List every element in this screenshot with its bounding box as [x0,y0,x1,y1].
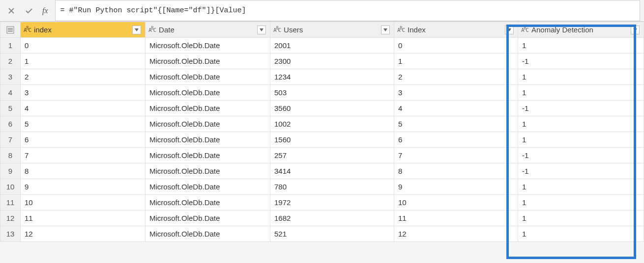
table-cell[interactable]: 7 [394,148,518,163]
table-cell[interactable]: 9 [394,179,518,195]
table-cell[interactable]: -1 [518,101,644,116]
column-filter-dropdown[interactable] [257,26,266,34]
row-number[interactable]: 10 [0,179,21,195]
table-cell[interactable]: 3414 [270,163,394,179]
table-row[interactable]: 21Microsoft.OleDb.Date23001-1 [0,53,644,69]
table-cell[interactable]: Microsoft.OleDb.Date [145,85,270,101]
table-cell[interactable]: 1 [518,116,644,132]
row-number[interactable]: 6 [0,116,21,132]
table-cell[interactable]: 1682 [270,210,394,226]
table-cell[interactable]: 3 [394,85,518,101]
row-number[interactable]: 13 [0,226,21,242]
table-cell[interactable]: 503 [270,85,394,101]
table-cell[interactable]: -1 [518,163,644,179]
table-cell[interactable]: 8 [20,163,145,179]
table-cell[interactable]: 1 [518,210,644,226]
table-cell[interactable]: 12 [20,226,145,242]
column-filter-dropdown[interactable] [132,26,141,34]
table-cell[interactable]: 11 [20,210,145,226]
table-cell[interactable]: Microsoft.OleDb.Date [145,195,270,210]
table-cell[interactable]: 1 [20,53,145,69]
table-cell[interactable]: 2001 [270,38,394,53]
table-cell[interactable]: 6 [394,132,518,148]
row-number[interactable]: 2 [0,53,21,69]
table-cell[interactable]: 1 [518,85,644,101]
cancel-formula-button[interactable] [4,3,19,18]
table-row[interactable]: 10Microsoft.OleDb.Date200101 [0,38,644,53]
table-cell[interactable]: 1 [518,226,644,242]
row-number[interactable]: 3 [0,69,21,85]
table-cell[interactable]: 4 [394,101,518,116]
table-cell[interactable]: 1 [518,179,644,195]
table-cell[interactable]: Microsoft.OleDb.Date [145,226,270,242]
table-cell[interactable]: Microsoft.OleDb.Date [145,53,270,69]
table-cell[interactable]: 3560 [270,101,394,116]
table-cell[interactable]: 1 [518,132,644,148]
table-cell[interactable]: 12 [394,226,518,242]
table-cell[interactable]: 1 [518,38,644,53]
column-filter-dropdown[interactable] [505,26,514,34]
table-row[interactable]: 32Microsoft.OleDb.Date123421 [0,69,644,85]
table-cell[interactable]: 1560 [270,132,394,148]
table-cell[interactable]: 257 [270,148,394,163]
table-cell[interactable]: Microsoft.OleDb.Date [145,69,270,85]
table-cell[interactable]: Microsoft.OleDb.Date [145,163,270,179]
table-row[interactable]: 1211Microsoft.OleDb.Date1682111 [0,210,644,226]
confirm-formula-button[interactable] [22,3,36,18]
table-cell[interactable]: 9 [20,179,145,195]
row-number[interactable]: 1 [0,38,21,53]
table-cell[interactable]: 3 [20,85,145,101]
table-row[interactable]: 109Microsoft.OleDb.Date78091 [0,179,644,195]
select-all-corner[interactable] [0,22,21,38]
row-number[interactable]: 11 [0,195,21,210]
table-cell[interactable]: 0 [20,38,145,53]
table-cell[interactable]: 6 [20,132,145,148]
row-number[interactable]: 4 [0,85,21,101]
table-cell[interactable]: Microsoft.OleDb.Date [145,132,270,148]
table-cell[interactable]: 2300 [270,53,394,69]
table-row[interactable]: 1312Microsoft.OleDb.Date521121 [0,226,644,242]
table-cell[interactable]: 5 [394,116,518,132]
table-cell[interactable]: 1234 [270,69,394,85]
table-cell[interactable]: 2 [20,69,145,85]
column-header-users[interactable]: ABCUsers [270,22,394,38]
table-row[interactable]: 43Microsoft.OleDb.Date50331 [0,85,644,101]
table-cell[interactable]: 11 [394,210,518,226]
table-cell[interactable]: 1972 [270,195,394,210]
table-cell[interactable]: Microsoft.OleDb.Date [145,101,270,116]
table-cell[interactable]: 1 [394,53,518,69]
table-cell[interactable]: 2 [394,69,518,85]
table-row[interactable]: 76Microsoft.OleDb.Date156061 [0,132,644,148]
table-cell[interactable]: 8 [394,163,518,179]
table-row[interactable]: 65Microsoft.OleDb.Date100251 [0,116,644,132]
table-cell[interactable]: 1 [518,195,644,210]
column-header-index[interactable]: ABCIndex [394,22,518,38]
table-row[interactable]: 1110Microsoft.OleDb.Date1972101 [0,195,644,210]
table-row[interactable]: 98Microsoft.OleDb.Date34148-1 [0,163,644,179]
table-cell[interactable]: Microsoft.OleDb.Date [145,179,270,195]
table-cell[interactable]: Microsoft.OleDb.Date [145,38,270,53]
table-cell[interactable]: Microsoft.OleDb.Date [145,210,270,226]
row-number[interactable]: 12 [0,210,21,226]
table-cell[interactable]: Microsoft.OleDb.Date [145,116,270,132]
column-header-anomaly-detection[interactable]: ABCAnomaly Detection [518,22,644,38]
row-number[interactable]: 7 [0,132,21,148]
table-cell[interactable]: 0 [394,38,518,53]
formula-input[interactable]: = #"Run Python script"{[Name="df"]}[Valu… [55,0,640,21]
table-row[interactable]: 87Microsoft.OleDb.Date2577-1 [0,148,644,163]
table-cell[interactable]: Microsoft.OleDb.Date [145,148,270,163]
table-cell[interactable]: 1002 [270,116,394,132]
row-number[interactable]: 8 [0,148,21,163]
table-cell[interactable]: 521 [270,226,394,242]
table-cell[interactable]: 4 [20,101,145,116]
table-cell[interactable]: 5 [20,116,145,132]
table-cell[interactable]: 10 [20,195,145,210]
column-header-index[interactable]: ABCindex [20,22,145,38]
column-filter-dropdown[interactable] [631,26,640,34]
table-cell[interactable]: -1 [518,53,644,69]
column-filter-dropdown[interactable] [381,26,390,34]
table-cell[interactable]: 780 [270,179,394,195]
table-cell[interactable]: 7 [20,148,145,163]
table-row[interactable]: 54Microsoft.OleDb.Date35604-1 [0,101,644,116]
table-cell[interactable]: 10 [394,195,518,210]
